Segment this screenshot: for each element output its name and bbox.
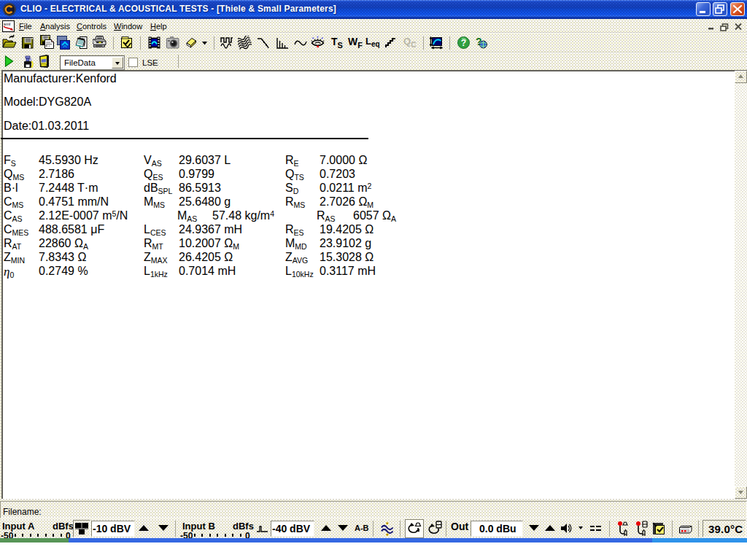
svg-text:?: ? xyxy=(461,38,466,48)
svg-text:sml: sml xyxy=(4,22,10,26)
